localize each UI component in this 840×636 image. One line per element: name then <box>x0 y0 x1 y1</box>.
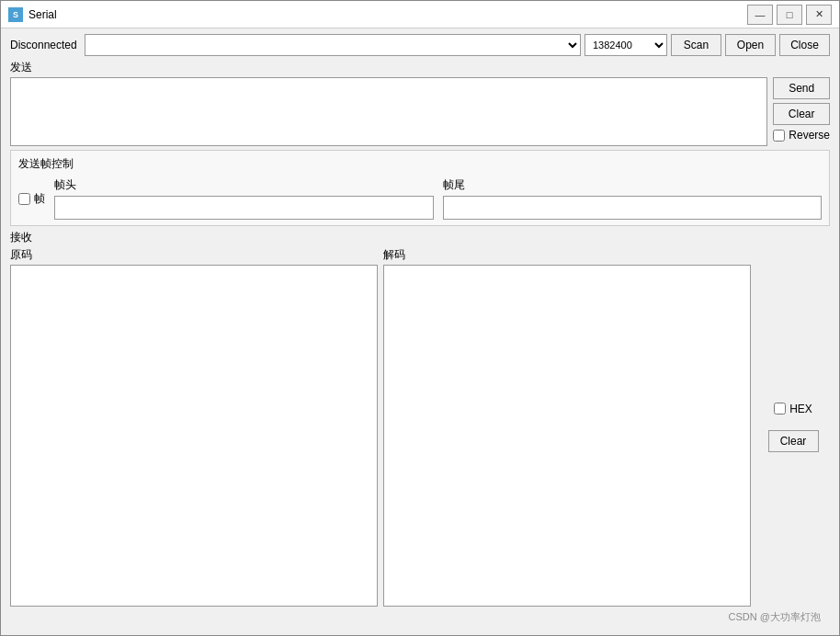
reverse-checkbox-label[interactable]: Reverse <box>773 129 830 142</box>
frame-control-section: 发送帧控制 帧 帧头 帧尾 <box>10 150 830 226</box>
title-bar: S Serial — □ ✕ <box>1 1 839 28</box>
app-icon-letter: S <box>13 10 18 19</box>
window-title: Serial <box>28 8 747 21</box>
reverse-label: Reverse <box>789 129 830 142</box>
port-select[interactable] <box>85 34 581 56</box>
decoded-textarea[interactable] <box>383 265 751 607</box>
receive-section-label: 接收 <box>10 230 830 245</box>
app-icon: S <box>8 7 23 22</box>
hex-label: HEX <box>789 403 812 415</box>
send-clear-button[interactable]: Clear <box>773 103 830 125</box>
window-content: Disconnected 1382400 9600 19200 38400 57… <box>1 28 839 616</box>
scan-button[interactable]: Scan <box>671 34 721 56</box>
frame-footer-group: 帧尾 <box>443 177 823 220</box>
frame-checkbox-area: 帧 <box>18 191 45 207</box>
raw-panel: 原码 <box>10 247 378 607</box>
close-button[interactable]: ✕ <box>806 5 832 25</box>
frame-label: 帧 <box>34 191 45 207</box>
send-buttons-panel: Send Clear Reverse <box>773 77 830 146</box>
main-window: S Serial — □ ✕ Disconnected 1382400 9600… <box>0 0 840 636</box>
frame-footer-input[interactable] <box>443 196 823 220</box>
receive-section: 接收 原码 解码 HEX Clear <box>10 230 830 607</box>
raw-panel-label: 原码 <box>10 247 378 263</box>
send-area: Send Clear Reverse <box>10 77 830 146</box>
send-section-label: 发送 <box>10 60 830 75</box>
frame-header-group: 帧头 <box>54 177 434 220</box>
hex-checkbox-label[interactable]: HEX <box>774 403 812 415</box>
receive-clear-button[interactable]: Clear <box>768 430 819 452</box>
window-controls: — □ ✕ <box>747 5 832 25</box>
frame-header-label: 帧头 <box>54 177 434 193</box>
frame-footer-label: 帧尾 <box>443 177 823 193</box>
maximize-button[interactable]: □ <box>777 5 802 25</box>
baud-select[interactable]: 1382400 9600 19200 38400 57600 115200 23… <box>585 34 667 56</box>
frame-row: 帧 帧头 帧尾 <box>18 177 822 220</box>
decoded-panel-label: 解码 <box>383 247 751 263</box>
send-section: 发送 Send Clear Reverse <box>10 60 830 146</box>
connection-status: Disconnected <box>10 39 77 51</box>
hex-checkbox[interactable] <box>774 403 786 415</box>
connection-bar: Disconnected 1382400 9600 19200 38400 57… <box>10 34 830 56</box>
minimize-button[interactable]: — <box>747 5 773 25</box>
frame-control-label: 发送帧控制 <box>18 156 822 172</box>
frame-checkbox[interactable] <box>18 193 30 205</box>
close-connection-button[interactable]: Close <box>779 34 830 56</box>
receive-side-panel: HEX Clear <box>756 247 830 607</box>
send-button[interactable]: Send <box>773 77 830 99</box>
raw-textarea[interactable] <box>10 265 378 607</box>
send-textarea[interactable] <box>10 77 767 146</box>
receive-panels: 原码 解码 HEX Clear <box>10 247 830 607</box>
reverse-checkbox[interactable] <box>773 130 785 142</box>
frame-header-input[interactable] <box>54 196 434 220</box>
open-button[interactable]: Open <box>725 34 776 56</box>
decoded-panel: 解码 <box>383 247 751 607</box>
watermark: CSDN @大功率灯泡 <box>0 608 830 628</box>
